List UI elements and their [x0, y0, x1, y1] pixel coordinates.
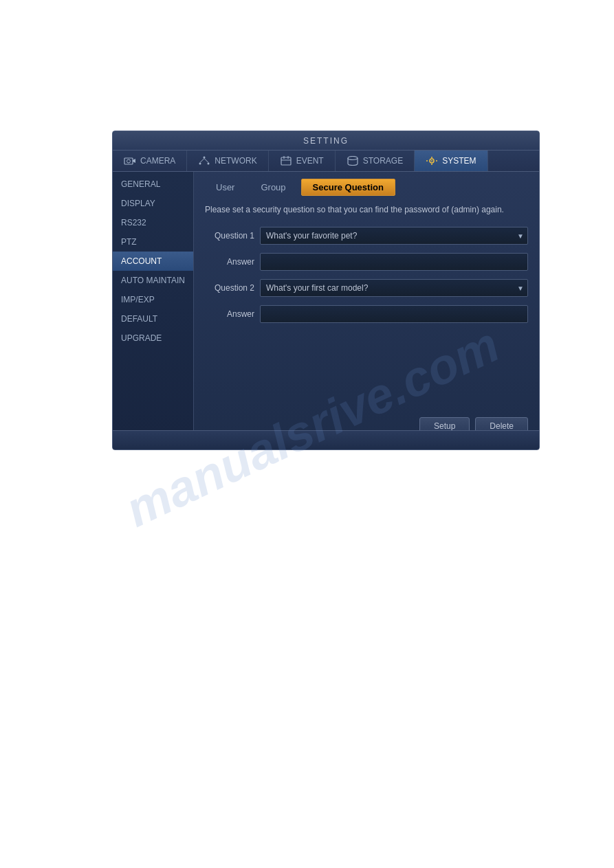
bottom-bar [113, 430, 539, 449]
nav-label-event: EVENT [296, 156, 324, 166]
svg-point-5 [208, 163, 210, 165]
answer1-input[interactable] [260, 253, 528, 271]
sidebar-item-imp-exp[interactable]: IMP/EXP [113, 290, 193, 309]
system-icon [426, 156, 438, 166]
question2-select-wrapper: What's your first car model? What was yo… [260, 279, 528, 297]
sidebar: GENERAL DISPLAY RS232 PTZ ACCOUNT AUTO M… [113, 172, 194, 442]
answer2-row: Answer [205, 305, 528, 323]
content-area: GENERAL DISPLAY RS232 PTZ ACCOUNT AUTO M… [113, 172, 539, 442]
sub-tabs: User Group Secure Question [205, 179, 528, 196]
sidebar-item-general[interactable]: GENERAL [113, 175, 193, 194]
sidebar-item-rs232[interactable]: RS232 [113, 213, 193, 232]
nav-label-system: SYSTEM [442, 156, 476, 166]
tab-secure-question[interactable]: Secure Question [301, 179, 395, 196]
answer1-label: Answer [205, 257, 254, 267]
main-panel: User Group Secure Question Please set a … [194, 172, 539, 442]
nav-label-network: NETWORK [215, 156, 256, 166]
question1-select[interactable]: What's your favorite pet? What's your mo… [260, 227, 528, 245]
question2-label: Question 2 [205, 283, 254, 293]
question1-row: Question 1 What's your favorite pet? Wha… [205, 227, 528, 245]
question2-row: Question 2 What's your first car model? … [205, 279, 528, 297]
question1-label: Question 1 [205, 231, 254, 241]
nav-item-storage[interactable]: STORAGE [336, 151, 415, 171]
main-container: SETTING CAMERA [112, 131, 540, 450]
svg-point-2 [127, 159, 131, 163]
sidebar-item-auto-maintain[interactable]: AUTO MAINTAIN [113, 271, 193, 290]
title-bar: SETTING [113, 131, 539, 151]
tab-group[interactable]: Group [250, 179, 296, 195]
sidebar-item-display[interactable]: DISPLAY [113, 194, 193, 213]
answer2-label: Answer [205, 309, 254, 319]
network-icon [198, 156, 210, 166]
nav-label-storage: STORAGE [363, 156, 403, 166]
svg-point-12 [348, 157, 358, 160]
tab-user[interactable]: User [205, 179, 245, 195]
question1-select-wrapper: What's your favorite pet? What's your mo… [260, 227, 528, 245]
nav-item-network[interactable]: NETWORK [187, 151, 268, 171]
svg-line-6 [200, 159, 204, 163]
sidebar-item-ptz[interactable]: PTZ [113, 232, 193, 252]
question2-select[interactable]: What's your first car model? What was yo… [260, 279, 528, 297]
nav-item-event[interactable]: EVENT [269, 151, 336, 171]
svg-point-14 [431, 160, 432, 162]
svg-marker-1 [133, 159, 135, 163]
title-label: SETTING [303, 136, 349, 146]
storage-icon [347, 156, 359, 166]
nav-item-system[interactable]: SYSTEM [415, 151, 487, 171]
svg-point-4 [199, 163, 201, 165]
event-icon [280, 156, 292, 166]
nav-label-camera: CAMERA [140, 156, 175, 166]
svg-line-7 [204, 159, 208, 163]
answer1-row: Answer [205, 253, 528, 271]
info-text: Please set a security question so that y… [205, 204, 528, 216]
svg-point-3 [204, 157, 206, 159]
sidebar-item-upgrade[interactable]: UPGRADE [113, 329, 193, 348]
svg-rect-8 [281, 157, 291, 165]
top-nav: CAMERA NETWORK [113, 151, 539, 172]
camera-icon [124, 156, 136, 166]
sidebar-item-account[interactable]: ACCOUNT [113, 252, 193, 271]
svg-rect-0 [124, 158, 133, 164]
sidebar-item-default[interactable]: DEFAULT [113, 309, 193, 329]
answer2-input[interactable] [260, 305, 528, 323]
nav-item-camera[interactable]: CAMERA [113, 151, 187, 171]
